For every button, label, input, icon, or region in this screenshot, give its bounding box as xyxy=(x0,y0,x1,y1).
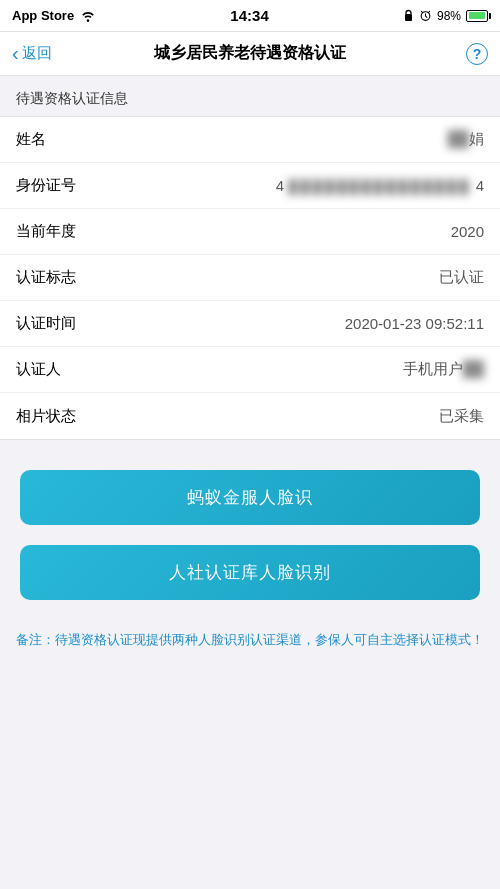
cert-flag-label: 认证标志 xyxy=(16,268,96,287)
back-label: 返回 xyxy=(22,44,52,63)
certifier-row: 认证人 手机用户██ xyxy=(0,347,500,393)
id-value: 4 ███████████████ 4 xyxy=(96,177,484,194)
ant-face-label: 蚂蚁金服人脸识 xyxy=(187,488,313,507)
certifier-value: 手机用户██ xyxy=(96,360,484,379)
help-area: ? xyxy=(428,43,488,65)
lock-icon xyxy=(403,9,414,22)
help-button[interactable]: ? xyxy=(466,43,488,65)
name-value: ██娟 xyxy=(96,130,484,149)
certifier-label: 认证人 xyxy=(16,360,96,379)
back-chevron-icon: ‹ xyxy=(12,43,19,63)
cert-time-row: 认证时间 2020-01-23 09:52:11 xyxy=(0,301,500,347)
svg-rect-0 xyxy=(405,14,412,21)
name-label: 姓名 xyxy=(16,130,96,149)
help-icon: ? xyxy=(473,46,482,62)
name-blurred: ██ xyxy=(448,130,469,147)
name-row: 姓名 ██娟 xyxy=(0,117,500,163)
cert-flag-row: 认证标志 已认证 xyxy=(0,255,500,301)
id-suffix: 4 xyxy=(476,177,484,194)
cert-time-value: 2020-01-23 09:52:11 xyxy=(96,315,484,332)
id-prefix: 4 xyxy=(276,177,284,194)
rsb-face-button[interactable]: 人社认证库人脸识别 xyxy=(20,545,480,600)
alarm-icon xyxy=(419,9,432,22)
id-row: 身份证号 4 ███████████████ 4 xyxy=(0,163,500,209)
status-left: App Store xyxy=(12,8,96,23)
year-row: 当前年度 2020 xyxy=(0,209,500,255)
certifier-blurred: ██ xyxy=(463,360,484,377)
nav-bar: ‹ 返回 城乡居民养老待遇资格认证 ? xyxy=(0,32,500,76)
battery-icon xyxy=(466,10,488,22)
back-button[interactable]: ‹ 返回 xyxy=(12,44,72,63)
section-header: 待遇资格认证信息 xyxy=(0,76,500,116)
status-right: 98% xyxy=(403,9,488,23)
ant-face-button[interactable]: 蚂蚁金服人脸识 xyxy=(20,470,480,525)
photo-status-row: 相片状态 已采集 xyxy=(0,393,500,439)
status-time: 14:34 xyxy=(230,7,268,24)
section-title: 待遇资格认证信息 xyxy=(16,90,128,106)
battery-percent: 98% xyxy=(437,9,461,23)
status-bar: App Store 14:34 98% xyxy=(0,0,500,32)
app-store-label: App Store xyxy=(12,8,74,23)
note-text: 备注：待遇资格认证现提供两种人脸识别认证渠道，参保人可自主选择认证模式！ xyxy=(16,632,484,647)
year-label: 当前年度 xyxy=(16,222,96,241)
id-blurred: ███████████████ xyxy=(288,179,471,194)
id-label: 身份证号 xyxy=(16,176,96,195)
page-title: 城乡居民养老待遇资格认证 xyxy=(72,43,428,64)
photo-status-value: 已采集 xyxy=(96,407,484,426)
year-value: 2020 xyxy=(96,223,484,240)
photo-status-label: 相片状态 xyxy=(16,407,96,426)
cert-time-label: 认证时间 xyxy=(16,314,96,333)
info-group: 姓名 ██娟 身份证号 4 ███████████████ 4 当前年度 202… xyxy=(0,116,500,440)
buttons-area: 蚂蚁金服人脸识 人社认证库人脸识别 xyxy=(0,440,500,620)
note-area: 备注：待遇资格认证现提供两种人脸识别认证渠道，参保人可自主选择认证模式！ xyxy=(0,620,500,681)
rsb-face-label: 人社认证库人脸识别 xyxy=(169,563,331,582)
wifi-icon xyxy=(80,10,96,22)
cert-flag-value: 已认证 xyxy=(96,268,484,287)
